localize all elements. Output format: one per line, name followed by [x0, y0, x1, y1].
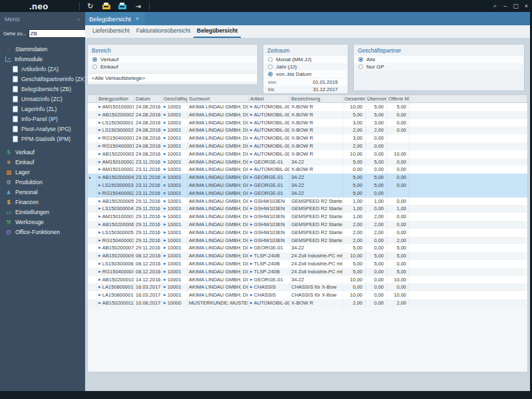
table-row[interactable]: ▶LA150800001.1016.03.2017▶10001AKIMA LIN…: [88, 291, 527, 299]
sidebar-item[interactable]: Umsatzinfo (ZC): [0, 94, 85, 104]
drilldown-icon[interactable]: ▶: [98, 167, 101, 171]
pin-icon[interactable]: ♀: [75, 16, 82, 23]
subtab-lieferübersicht[interactable]: Lieferübersicht: [89, 25, 133, 38]
sidebar-item[interactable]: Artikelinfo (ZA): [0, 64, 85, 74]
drilldown-icon[interactable]: ▶: [250, 152, 253, 156]
drilldown-icon[interactable]: ▶: [250, 183, 253, 187]
drilldown-icon[interactable]: ▶: [250, 222, 253, 226]
refresh-button[interactable]: ↻: [85, 1, 96, 11]
drilldown-icon[interactable]: ▶: [98, 214, 101, 218]
drilldown-icon[interactable]: ▶: [164, 183, 166, 187]
drilldown-icon[interactable]: ▶: [98, 206, 101, 210]
drilldown-icon[interactable]: ▶: [164, 261, 166, 265]
table-row[interactable]: ▶LS150300001.1024.08.2016▶10001AKIMA LIN…: [88, 119, 527, 127]
drilldown-icon[interactable]: ▶: [164, 301, 166, 305]
drilldown-icon[interactable]: ▶: [250, 128, 253, 132]
maximize-icon[interactable]: ▢: [513, 3, 519, 9]
bis-value[interactable]: 31.12.2017: [304, 86, 347, 92]
print-preview-button[interactable]: [117, 1, 128, 11]
belegart-field[interactable]: <Alle Verkaufsbelege>: [88, 73, 257, 82]
column-header[interactable]: Übernommen: [366, 95, 387, 102]
von-row[interactable]: von 01.01.2015: [264, 78, 347, 86]
drilldown-icon[interactable]: ▶: [164, 222, 166, 226]
column-header[interactable]: Geschäftspartner: [162, 95, 188, 102]
drilldown-icon[interactable]: ▶: [98, 245, 101, 249]
drilldown-icon[interactable]: ▶: [164, 136, 166, 140]
drilldown-icon[interactable]: ▶: [250, 112, 253, 116]
sidebar-item[interactable]: ▦Lager: [0, 167, 85, 177]
table-row[interactable]: ▶AB150200011.1010.08.2017▶10000MUSTERKUN…: [88, 299, 527, 307]
drilldown-icon[interactable]: ▶: [98, 104, 101, 108]
drilldown-icon[interactable]: ▶: [98, 238, 101, 242]
drilldown-icon[interactable]: ▶: [250, 199, 253, 203]
drilldown-icon[interactable]: ▶: [98, 253, 101, 257]
drilldown-icon[interactable]: ▶: [250, 214, 253, 218]
drilldown-icon[interactable]: ▶: [250, 120, 253, 124]
drilldown-icon[interactable]: ▶: [250, 136, 253, 140]
drilldown-icon[interactable]: ▶: [164, 167, 166, 171]
drilldown-icon[interactable]: ▶: [164, 144, 166, 148]
drilldown-icon[interactable]: ▶: [250, 230, 253, 234]
column-header[interactable]: Gesamtmenge: [343, 95, 366, 102]
drilldown-icon[interactable]: ▶: [250, 293, 253, 297]
radio-option[interactable]: Jahr (JJ): [264, 63, 347, 70]
drilldown-icon[interactable]: ▶: [164, 277, 166, 281]
close-icon[interactable]: ×: [525, 3, 528, 9]
radio-option[interactable]: Nur GP: [354, 63, 523, 70]
subtab-belegübersicht[interactable]: Belegübersicht: [194, 25, 241, 38]
drilldown-icon[interactable]: ▶: [98, 175, 101, 179]
column-header[interactable]: Suchwort: [188, 95, 249, 102]
sidebar-item[interactable]: ⚒Werkzeuge: [0, 217, 85, 227]
drilldown-icon[interactable]: ▶: [164, 285, 166, 289]
drilldown-icon[interactable]: ▶: [250, 277, 253, 281]
drilldown-icon[interactable]: ▶: [250, 104, 253, 108]
tab-belepuebersicht[interactable]: Belegübersicht ×: [85, 12, 144, 25]
drilldown-icon[interactable]: ▶: [164, 199, 166, 203]
drilldown-icon[interactable]: ▶: [250, 253, 253, 257]
drilldown-icon[interactable]: ▶: [164, 238, 166, 242]
table-row[interactable]: ▶RG150400001.2024.08.2016▶10001AKIMA LIN…: [88, 142, 527, 150]
table-row[interactable]: ▶AB150200006.1029.11.2016▶10001AKIMA LIN…: [88, 221, 527, 229]
drilldown-icon[interactable]: ▶: [98, 112, 101, 116]
drilldown-icon[interactable]: ▶: [98, 261, 101, 265]
table-row[interactable]: ▶AM150100001.1024.08.2016▶10001AKIMA LIN…: [88, 103, 527, 111]
table-row[interactable]: ▶LS150300002.1024.08.2016▶10001AKIMA LIN…: [88, 126, 527, 134]
drilldown-icon[interactable]: ▶: [164, 120, 166, 124]
sidebar-item[interactable]: Geschäftspartnerinfo (ZK): [0, 74, 85, 84]
table-row[interactable]: ▶AM150100002.1023.11.2016▶10001AKIMA LIN…: [88, 158, 527, 166]
drilldown-icon[interactable]: ▶: [250, 206, 253, 210]
drilldown-icon[interactable]: ▶: [98, 120, 101, 124]
drilldown-icon[interactable]: ▶: [250, 285, 253, 289]
drilldown-icon[interactable]: ▶: [250, 238, 253, 242]
table-row[interactable]: ▶AB150200003.1024.08.2016▶10001AKIMA LIN…: [88, 150, 527, 158]
table-row[interactable]: ▶AM150100002.2023.11.2016▶10001AKIMA LIN…: [88, 166, 527, 174]
sidebar-item[interactable]: ♟Personal: [0, 187, 85, 197]
column-header[interactable]: Datum: [134, 95, 162, 102]
drilldown-icon[interactable]: ▶: [164, 206, 166, 210]
table-row[interactable]: ▶LS150300003.1023.11.2016▶10001AKIMA LIN…: [88, 182, 527, 190]
drilldown-icon[interactable]: ▶: [250, 261, 253, 265]
drilldown-icon[interactable]: ▶: [250, 301, 253, 305]
bis-row[interactable]: bis 31.12.2017: [264, 86, 347, 93]
table-row[interactable]: ▶LS150300005.1029.11.2016▶10001AKIMA LIN…: [88, 229, 527, 237]
close-tab-icon[interactable]: ×: [136, 15, 139, 22]
table-row[interactable]: ▶AB150200005.1029.11.2016▶10001AKIMA LIN…: [88, 198, 527, 205]
drilldown-icon[interactable]: ▶: [164, 175, 166, 179]
drilldown-icon[interactable]: ▶: [98, 269, 101, 273]
drilldown-icon[interactable]: ▶: [164, 160, 166, 164]
drilldown-icon[interactable]: ▶: [98, 285, 101, 289]
sidebar-item[interactable]: PPM-Statistik (IPM): [0, 134, 85, 144]
drilldown-icon[interactable]: ▶: [98, 230, 101, 234]
table-row[interactable]: ▶AB150200002.1024.08.2016▶10001AKIMA LIN…: [88, 111, 527, 119]
drilldown-icon[interactable]: ▶: [98, 144, 101, 148]
drilldown-icon[interactable]: ▶: [98, 136, 101, 140]
radio-option[interactable]: Alle: [354, 56, 523, 63]
sidebar-item[interactable]: Lagerinfo (ZL): [0, 104, 85, 114]
table-row[interactable]: ▶LA150800001.016.03.2017▶10001AKIMA LIND…: [88, 283, 527, 291]
sidebar-item[interactable]: ⌂Stammdaten: [0, 44, 85, 54]
drilldown-icon[interactable]: ▶: [98, 293, 101, 297]
drilldown-icon[interactable]: ▶: [250, 245, 253, 249]
radio-option[interactable]: Verkauf: [88, 56, 257, 63]
drilldown-icon[interactable]: ▶: [250, 269, 253, 273]
drilldown-icon[interactable]: ▶: [164, 245, 166, 249]
